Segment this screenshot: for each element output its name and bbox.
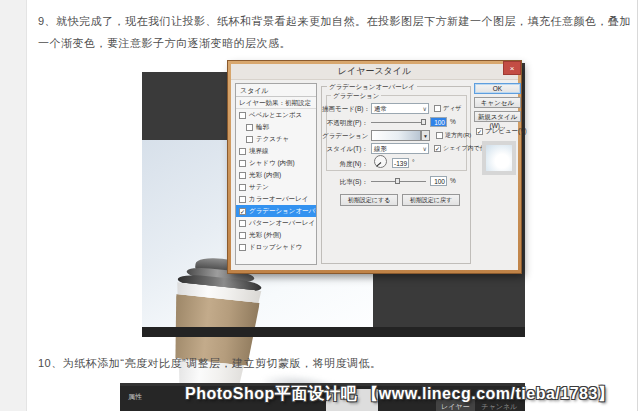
style-item-label: 境界線 [249,147,269,156]
opacity-unit: % [450,118,456,125]
angle-needle-icon [376,162,381,167]
style-list-item[interactable]: サテン [236,181,316,193]
page-left-margin [0,0,27,411]
gradient-row: グラデーション： ▼ 逆方向(R) [322,130,472,141]
ok-button[interactable]: OK [474,83,521,94]
page-right-border [637,0,638,411]
photoshop-screenshot: レイヤースタイル × スタイル レイヤー効果：初期設定 ベベルとエンボス輪郭テク… [142,63,525,337]
checkbox-checked-icon[interactable] [476,128,483,135]
blend-mode-select[interactable]: 通常 ∨ [371,103,429,114]
opacity-slider-thumb[interactable] [421,119,426,125]
style-list-item[interactable]: 輪郭 [236,121,316,133]
make-default-button[interactable]: 初期設定にする [340,194,398,206]
scale-slider-thumb[interactable] [395,178,400,184]
style-item-label: ベベルとエンボス [249,111,302,120]
dialog-titlebar[interactable]: レイヤースタイル × [231,64,518,79]
reset-default-button[interactable]: 初期設定に戻す [402,194,460,206]
checkbox-icon[interactable] [239,160,246,167]
tutorial-page: 9、就快完成了，现在我们让投影、纸杯和背景看起来更加自然。在投影图层下方新建一个… [0,0,640,411]
layer-style-dialog: レイヤースタイル × スタイル レイヤー効果：初期設定 ベベルとエンボス輪郭テク… [228,61,521,273]
checkbox-icon[interactable] [239,172,246,179]
styles-panel: スタイル レイヤー効果：初期設定 ベベルとエンボス輪郭テクスチャ境界線シャドウ … [235,83,317,265]
scale-slider[interactable] [371,181,426,182]
opacity-value-field[interactable]: 100 [430,117,447,127]
checkbox-checked-icon[interactable] [434,145,441,152]
checkbox-icon[interactable] [239,196,246,203]
style-list-item[interactable]: テクスチャ [236,133,316,145]
scale-row: 比率(S)： 100 % [322,176,472,187]
preview-checkbox[interactable]: プレビュー(V) [476,127,527,136]
style-label: スタイル(T)： [322,143,368,154]
checkbox-icon[interactable] [246,124,253,131]
checkbox-icon[interactable] [246,136,253,143]
checkbox-icon[interactable] [239,244,246,251]
step10-paragraph: 10、为纸杯添加“亮度对比度”调整层，建立剪切蒙版，将明度调低。 [38,352,632,374]
angle-unit: ° [412,159,415,166]
style-select[interactable]: 線形 ∨ [371,143,429,154]
style-item-label: 光彩 (内側) [249,171,281,180]
blend-mode-value: 通常 [374,105,387,112]
checkbox-icon[interactable] [239,148,246,155]
scale-value-field[interactable]: 100 [430,176,447,186]
checkbox-icon[interactable] [239,232,246,239]
style-list-item[interactable]: パターンオーバーレイ [236,217,316,229]
gradient-overlay-panel: グラデーションオーバーレイ グラデーション 描画モード(B)： 通常 ∨ ディザ [321,86,471,264]
style-preview-gradient [486,145,512,171]
style-list-item[interactable]: ベベルとエンボス [236,109,316,121]
checkbox-icon[interactable] [434,105,441,112]
layer-effects-default-item[interactable]: レイヤー効果：初期設定 [236,97,316,109]
dialog-title: レイヤースタイル [338,66,411,76]
new-style-button[interactable]: 新規スタイル(W)... [474,111,521,122]
checkbox-checked-icon[interactable] [239,208,246,215]
style-item-label: ドロップシャドウ [249,243,302,252]
style-row: スタイル(T)： 線形 ∨ シェイプ内で作成(L) [322,143,472,154]
style-list-item[interactable]: カラーオーバーレイ [236,193,316,205]
style-preview-thumbnail [482,141,516,175]
angle-label: 角度(N)： [322,157,368,170]
angle-dial[interactable] [374,155,387,168]
styles-panel-header: スタイル [236,84,316,97]
dialog-body: スタイル レイヤー効果：初期設定 ベベルとエンボス輪郭テクスチャ境界線シャドウ … [231,79,518,270]
opacity-label: 不透明度(P)： [322,117,368,128]
chevron-down-icon: ∨ [423,105,427,114]
style-item-label: パターンオーバーレイ [249,219,315,228]
style-list-item[interactable]: 境界線 [236,145,316,157]
gradient-label: グラデーション： [322,130,368,141]
cancel-button[interactable]: キャンセル [474,97,521,108]
style-list-item[interactable]: グラデーションオーバーレイ [236,205,316,217]
reverse-checkbox[interactable]: 逆方向(R) [436,131,471,140]
styles-list-items: ベベルとエンボス輪郭テクスチャ境界線シャドウ (内側)光彩 (内側)サテンカラー… [236,109,316,253]
angle-row: 角度(N)： -139 ° [322,157,472,172]
preview-label: プレビュー(V) [485,127,527,136]
workspace-bottom-bar [142,327,525,337]
group-title: グラデーションオーバーレイ [327,83,417,92]
style-item-label: 輪郭 [256,123,269,132]
gradient-picker-arrow-icon[interactable]: ▼ [421,130,430,141]
close-icon[interactable]: × [503,61,521,75]
checkbox-icon[interactable] [239,184,246,191]
style-list-item[interactable]: 光彩 (外側) [236,229,316,241]
checkbox-icon[interactable] [239,220,246,227]
opacity-row: 不透明度(P)： 100 % [322,117,472,128]
opacity-slider[interactable] [371,122,426,123]
tab-properties[interactable]: 属性 [128,392,142,402]
gradient-swatch[interactable] [371,130,421,141]
step9-paragraph: 9、就快完成了，现在我们让投影、纸杯和背景看起来更加自然。在投影图层下方新建一个… [38,10,632,54]
style-list-item[interactable]: ドロップシャドウ [236,241,316,253]
style-item-label: グラデーションオーバーレイ [249,207,317,216]
blend-mode-label: 描画モード(B)： [322,103,368,114]
style-list-item[interactable]: シャドウ (内側) [236,157,316,169]
style-list-item[interactable]: 光彩 (内側) [236,169,316,181]
style-value: 線形 [374,145,387,152]
angle-value-field[interactable]: -139 [392,158,409,168]
style-item-label: カラーオーバーレイ [249,195,308,204]
scale-unit: % [450,177,456,184]
checkbox-icon[interactable] [239,112,246,119]
style-item-label: シャドウ (内側) [249,159,295,168]
style-item-label: サテン [249,183,269,192]
dither-checkbox[interactable]: ディザ [434,104,461,113]
screenshot-notch [142,63,228,72]
dither-label: ディザ [443,104,461,113]
checkbox-icon[interactable] [436,132,443,139]
reverse-label: 逆方向(R) [445,131,471,140]
